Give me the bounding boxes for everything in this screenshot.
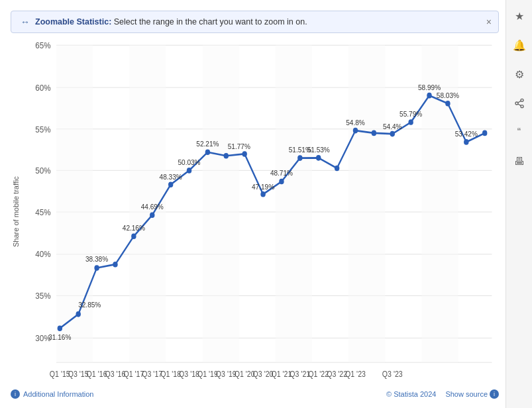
data-point xyxy=(260,191,265,197)
svg-line-64 xyxy=(517,101,521,103)
bell-icon[interactable]: 🔔 xyxy=(510,36,529,54)
svg-text:47.19%: 47.19% xyxy=(252,182,274,191)
svg-text:50%: 50% xyxy=(35,166,50,176)
data-point xyxy=(187,168,191,174)
svg-text:54.8%: 54.8% xyxy=(346,118,365,127)
additional-info-label[interactable]: Additional Information xyxy=(23,390,93,398)
data-point xyxy=(150,212,154,218)
svg-text:Q1 '17: Q1 '17 xyxy=(123,370,144,379)
show-source-label[interactable]: Show source xyxy=(445,390,488,398)
svg-text:Q3 '15: Q3 '15 xyxy=(68,370,89,379)
banner-bold: Zoomable Statistic: xyxy=(35,17,111,26)
data-point xyxy=(224,153,229,159)
svg-text:32.85%: 32.85% xyxy=(78,300,101,309)
svg-text:Q1 '22: Q1 '22 xyxy=(308,370,329,379)
svg-text:53.42%: 53.42% xyxy=(455,129,478,138)
data-point xyxy=(168,181,173,187)
svg-text:35%: 35% xyxy=(35,291,50,301)
svg-text:40%: 40% xyxy=(35,249,50,259)
svg-text:50.03%: 50.03% xyxy=(178,158,200,166)
data-point xyxy=(353,128,358,134)
chart-svg-container[interactable]: 65% 60% 55% 50% 45% 40% 35% 30% xyxy=(21,37,499,387)
svg-rect-21 xyxy=(348,45,385,362)
svg-text:48.71%: 48.71% xyxy=(270,168,293,177)
data-point xyxy=(482,130,487,136)
svg-rect-19 xyxy=(203,45,239,362)
data-point xyxy=(372,130,376,136)
svg-text:48.33%: 48.33% xyxy=(160,172,182,181)
gear-icon[interactable]: ⚙ xyxy=(510,65,529,83)
data-point xyxy=(297,155,302,161)
star-icon[interactable]: ★ xyxy=(510,7,529,25)
svg-text:Q1 '16: Q1 '16 xyxy=(87,370,107,379)
data-point xyxy=(390,131,395,137)
svg-text:Q3 '17: Q3 '17 xyxy=(142,370,162,379)
svg-text:Q1 '23: Q1 '23 xyxy=(345,370,366,379)
svg-text:38.38%: 38.38% xyxy=(85,254,108,263)
footer: i Additional Information © Statista 2024… xyxy=(7,387,505,401)
zoom-icon: ↔ xyxy=(21,17,30,27)
svg-text:Q1 '20: Q1 '20 xyxy=(235,370,255,379)
svg-text:58.03%: 58.03% xyxy=(437,91,459,99)
svg-text:Q3 '22: Q3 '22 xyxy=(327,370,347,379)
data-point xyxy=(131,233,136,239)
svg-text:52.21%: 52.21% xyxy=(196,139,219,148)
svg-text:55.79%: 55.79% xyxy=(399,110,422,119)
svg-point-61 xyxy=(515,102,518,105)
y-axis-label: Share of mobile traffic xyxy=(11,37,21,387)
print-icon[interactable]: 🖶 xyxy=(510,152,529,171)
data-point xyxy=(76,311,80,317)
data-point xyxy=(316,155,321,161)
svg-text:Q1 '18: Q1 '18 xyxy=(160,370,181,379)
chart-svg: 65% 60% 55% 50% 45% 40% 35% 30% xyxy=(21,37,499,387)
quote-icon[interactable]: “ xyxy=(510,123,529,142)
svg-text:55%: 55% xyxy=(35,125,50,134)
svg-text:51.53%: 51.53% xyxy=(307,146,330,154)
info-icon-source: i xyxy=(490,389,499,399)
data-point xyxy=(58,325,62,331)
svg-point-60 xyxy=(521,99,523,101)
svg-text:45%: 45% xyxy=(35,207,50,217)
data-point xyxy=(94,265,99,271)
share-icon[interactable] xyxy=(510,94,529,113)
footer-left[interactable]: i Additional Information xyxy=(11,389,93,399)
svg-text:Q3 '16: Q3 '16 xyxy=(105,370,126,379)
svg-rect-20 xyxy=(276,45,312,362)
banner-description: Select the range in the chart you want t… xyxy=(114,17,307,26)
data-point xyxy=(464,139,468,145)
footer-right: © Statista 2024 Show source i xyxy=(386,389,499,399)
svg-text:65%: 65% xyxy=(35,40,50,50)
svg-text:Q1 '21: Q1 '21 xyxy=(271,370,292,379)
zoom-banner: ↔ Zoomable Statistic: Select the range i… xyxy=(11,11,499,33)
svg-text:Q1 '19: Q1 '19 xyxy=(197,370,218,379)
svg-text:42.16%: 42.16% xyxy=(123,224,145,232)
svg-text:Q3 '19: Q3 '19 xyxy=(216,370,237,379)
data-point xyxy=(279,179,284,185)
svg-text:51.77%: 51.77% xyxy=(228,142,250,151)
data-point xyxy=(335,166,339,172)
close-button[interactable]: × xyxy=(486,17,492,27)
chart-inner: 65% 60% 55% 50% 45% 40% 35% 30% xyxy=(21,37,499,387)
main-content: ↔ Zoomable Statistic: Select the range i… xyxy=(0,0,505,408)
statista-credit: © Statista 2024 xyxy=(386,390,436,398)
data-point xyxy=(242,151,246,157)
svg-text:Q3 '18: Q3 '18 xyxy=(179,370,199,379)
banner-text: Zoomable Statistic: Select the range in … xyxy=(35,17,307,26)
show-source[interactable]: Show source i xyxy=(445,389,499,399)
svg-text:58.99%: 58.99% xyxy=(418,83,441,91)
svg-text:44.69%: 44.69% xyxy=(141,203,164,211)
data-point xyxy=(205,149,210,155)
svg-point-62 xyxy=(521,105,523,108)
svg-text:Q3 '23: Q3 '23 xyxy=(382,370,403,379)
chart-area: Share of mobile traffic xyxy=(11,37,499,387)
svg-text:Q3 '21: Q3 '21 xyxy=(290,370,310,379)
data-point xyxy=(427,93,431,99)
svg-text:60%: 60% xyxy=(35,83,50,93)
svg-text:Q3 '20: Q3 '20 xyxy=(253,370,274,379)
svg-text:Q1 '15: Q1 '15 xyxy=(50,370,70,379)
data-point xyxy=(113,262,117,268)
svg-text:54.4%: 54.4% xyxy=(383,122,402,130)
svg-line-63 xyxy=(517,104,521,106)
svg-rect-17 xyxy=(56,45,93,362)
info-icon-additional: i xyxy=(11,389,20,399)
